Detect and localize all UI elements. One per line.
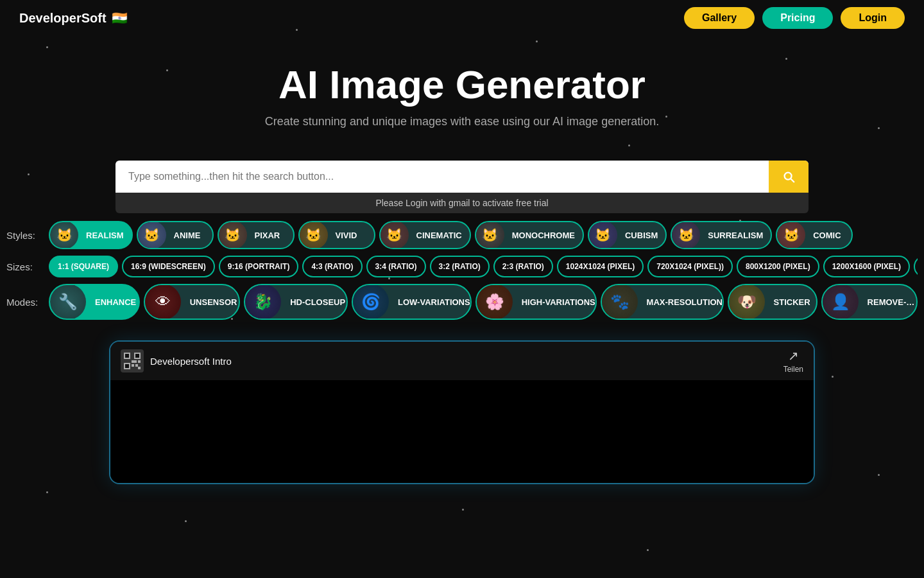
styles-row: Styles: 🐱 REALISM 🐱 ANIME 🐱 <box>6 221 918 249</box>
mode-label-low-variations: LOW-VARIATIONS <box>389 297 472 307</box>
style-label-comic: COMIC <box>805 231 848 240</box>
video-section: Developersoft Intro ↗ Teilen <box>0 340 924 484</box>
style-img-realism: 🐱 <box>50 221 78 249</box>
mode-label-hd-closeup: HD-CLOSEUP <box>281 297 348 307</box>
mode-chip-sticker[interactable]: 🐶 STICKER <box>728 284 817 320</box>
style-label-anime: ANIME <box>166 231 209 240</box>
nav-buttons: Gallery Pricing Login <box>684 7 905 29</box>
mode-img-remove: 👤 <box>823 284 859 320</box>
style-chip-surrealism[interactable]: 🐱 SURREALISM <box>671 221 772 249</box>
modes-chips: 🔧 ENHANCE 👁 UNSENSOR 🐉 HD-CLOSEUP <box>49 284 918 320</box>
style-chip-realism[interactable]: 🐱 REALISM <box>49 221 133 249</box>
share-icon: ↗ <box>788 348 799 363</box>
styles-chips: 🐱 REALISM 🐱 ANIME 🐱 PIXAR <box>49 221 853 249</box>
mode-chip-remove[interactable]: 👤 REMOVE-… <box>821 284 918 320</box>
mode-label-sticker: STICKER <box>765 297 817 307</box>
search-button[interactable] <box>769 161 809 193</box>
size-chip-23[interactable]: 2:3 (RATIO) <box>493 256 553 277</box>
mode-chip-max-resolution[interactable]: 🐾 MAX-RESOLUTION <box>601 284 724 320</box>
sizes-row: Sizes: 1:1 (SQUARE) 16:9 (WIDESCREEN) 9:… <box>6 256 918 277</box>
options-section: Styles: 🐱 REALISM 🐱 ANIME 🐱 <box>0 213 924 330</box>
mode-label-enhance: ENHANCE <box>86 297 140 307</box>
svg-rect-8 <box>132 360 134 363</box>
svg-rect-10 <box>135 364 138 367</box>
style-label-vivid: VIVID <box>328 231 365 240</box>
logo-text: DeveloperSoft <box>19 11 107 26</box>
size-chip-1024[interactable]: 1024X1024 (PIXEL) <box>557 256 644 277</box>
style-label-cubism: CUBISM <box>617 231 665 240</box>
share-label: Teilen <box>783 365 803 374</box>
mode-chip-high-variations[interactable]: 🌸 HIGH-VARIATIONS <box>475 284 597 320</box>
size-chip-43[interactable]: 4:3 (RATIO) <box>302 256 362 277</box>
size-chip-800[interactable]: 800X1200 (PIXEL) <box>737 256 819 277</box>
video-title: Developersoft Intro <box>150 356 232 367</box>
style-chip-anime[interactable]: 🐱 ANIME <box>137 221 214 249</box>
style-img-cubism: 🐱 <box>589 221 617 249</box>
svg-rect-9 <box>132 364 134 367</box>
size-chip-square[interactable]: 1:1 (SQUARE) <box>49 256 118 277</box>
search-box <box>116 161 809 193</box>
mode-label-high-variations: HIGH-VARIATIONS <box>513 297 597 307</box>
style-label-realism: REALISM <box>78 231 132 240</box>
style-chip-cubism[interactable]: 🐱 CUBISM <box>588 221 667 249</box>
search-icon <box>782 170 796 184</box>
mode-label-remove: REMOVE-… <box>859 297 918 307</box>
style-label-surrealism: SURREALISM <box>700 231 771 240</box>
logo: DeveloperSoft 🇮🇳 <box>19 10 128 26</box>
sizes-chips: 1:1 (SQUARE) 16:9 (WIDESCREEN) 9:16 (POR… <box>49 256 918 277</box>
navbar: DeveloperSoft 🇮🇳 Gallery Pricing Login <box>0 0 924 36</box>
modes-label: Modes: <box>6 297 44 308</box>
style-label-cinematic: CINEMATIC <box>409 231 470 240</box>
mode-label-unsensor: UNSENSOR <box>181 297 240 307</box>
mode-chip-hd-closeup[interactable]: 🐉 HD-CLOSEUP <box>244 284 348 320</box>
style-chip-monochrome[interactable]: 🐱 MONOCHROME <box>475 221 584 249</box>
mode-img-max-resolution: 🐾 <box>602 284 638 320</box>
gallery-button[interactable]: Gallery <box>684 7 755 29</box>
mode-img-enhance: 🔧 <box>50 284 86 320</box>
mode-chip-enhance[interactable]: 🔧 ENHANCE <box>49 284 140 320</box>
video-header: Developersoft Intro ↗ Teilen <box>110 342 814 380</box>
video-share-button[interactable]: ↗ Teilen <box>783 348 803 374</box>
video-body <box>110 380 814 483</box>
mode-img-sticker: 🐶 <box>729 284 765 320</box>
size-chip-1200[interactable]: 1200X1600 (PIXEL) <box>823 256 910 277</box>
svg-rect-7 <box>138 360 141 363</box>
style-chip-cinematic[interactable]: 🐱 CINEMATIC <box>379 221 471 249</box>
styles-label: Styles: <box>6 230 44 241</box>
hero-section: AI Image Generator Create stunning and u… <box>0 36 924 161</box>
size-chip-34[interactable]: 3:4 (RATIO) <box>366 256 426 277</box>
pricing-button[interactable]: Pricing <box>762 7 833 29</box>
login-button[interactable]: Login <box>841 7 905 29</box>
mode-chip-unsensor[interactable]: 👁 UNSENSOR <box>144 284 240 320</box>
mode-label-max-resolution: MAX-RESOLUTION <box>638 297 724 307</box>
mode-img-high-variations: 🌸 <box>477 284 513 320</box>
style-img-comic: 🐱 <box>777 221 805 249</box>
size-chip-32[interactable]: 3:2 (RATIO) <box>430 256 490 277</box>
search-container: Please Login with gmail to activate free… <box>0 161 924 213</box>
size-chip-1080[interactable]: 1080X1920 (PIXE… <box>914 256 918 277</box>
svg-rect-1 <box>125 354 129 358</box>
style-chip-comic[interactable]: 🐱 COMIC <box>776 221 853 249</box>
hero-title: AI Image Generator <box>13 62 911 107</box>
style-label-pixar: PIXAR <box>247 231 288 240</box>
sizes-label: Sizes: <box>6 261 44 272</box>
search-input[interactable] <box>116 161 769 193</box>
size-chip-widescreen[interactable]: 16:9 (WIDESCREEN) <box>122 256 215 277</box>
style-img-anime: 🐱 <box>138 221 166 249</box>
style-chip-vivid[interactable]: 🐱 VIVID <box>298 221 375 249</box>
mode-img-low-variations: 🌀 <box>353 284 389 320</box>
search-notice: Please Login with gmail to activate free… <box>116 193 809 213</box>
svg-rect-3 <box>135 354 139 358</box>
style-img-pixar: 🐱 <box>219 221 247 249</box>
style-img-vivid: 🐱 <box>300 221 328 249</box>
size-chip-720[interactable]: 720X1024 (PIXEL)) <box>647 256 733 277</box>
video-qr-icon <box>121 349 144 372</box>
size-chip-portrait[interactable]: 9:16 (PORTRAIT) <box>219 256 299 277</box>
mode-chip-low-variations[interactable]: 🌀 LOW-VARIATIONS <box>352 284 472 320</box>
hero-subtitle: Create stunning and unique images with e… <box>13 115 911 128</box>
logo-flag: 🇮🇳 <box>112 10 128 26</box>
svg-rect-5 <box>125 364 129 368</box>
mode-img-hd-closeup: 🐉 <box>245 284 281 320</box>
style-chip-pixar[interactable]: 🐱 PIXAR <box>218 221 295 249</box>
modes-row: Modes: 🔧 ENHANCE 👁 UNSENSOR 🐉 <box>6 284 918 320</box>
